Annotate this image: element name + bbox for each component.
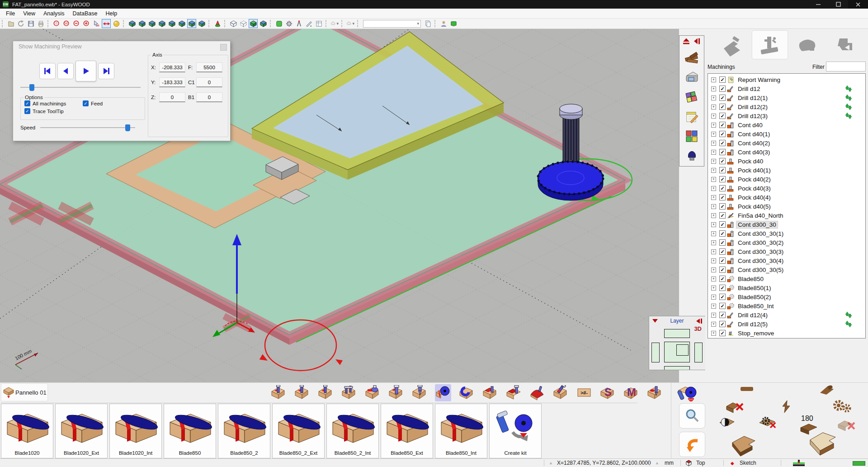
sketch-knife-icon[interactable]: [304, 19, 313, 28]
tree-item[interactable]: ✓Cont d300_30(5): [708, 265, 865, 274]
groove-curved-icon[interactable]: [458, 384, 475, 401]
clash-check-icon[interactable]: [274, 19, 283, 28]
move-up-down-icon[interactable]: [844, 103, 854, 110]
close-button[interactable]: [848, 0, 868, 9]
mode-indicator[interactable]: Sketch: [740, 460, 756, 466]
color-layers-icon[interactable]: [683, 128, 700, 145]
tree-checkbox[interactable]: ✓: [719, 239, 726, 246]
tree-item[interactable]: ✓Pock d40: [708, 157, 865, 166]
half-section-icon[interactable]: [719, 416, 738, 433]
menu-file[interactable]: File: [2, 10, 19, 18]
expander-icon[interactable]: [711, 195, 716, 200]
move-up-down-icon[interactable]: [844, 85, 854, 92]
menu-analysis[interactable]: Analysis: [39, 10, 69, 18]
view-cube-sw-icon[interactable]: [127, 19, 137, 28]
layer-zone-bottom[interactable]: [664, 366, 690, 370]
notes-icon[interactable]: [683, 108, 700, 125]
menu-help[interactable]: Help: [101, 10, 121, 18]
units-indicator[interactable]: mm: [665, 460, 674, 466]
expander-icon[interactable]: [711, 240, 716, 245]
tree-item[interactable]: ✓Cont d40(2): [708, 138, 865, 148]
tree-checkbox[interactable]: ✓: [719, 95, 726, 101]
panel-tab-pannello-01[interactable]: Pannello 01: [1, 383, 48, 401]
tree-item[interactable]: ✓Pock d40(2): [708, 175, 865, 184]
expander-icon[interactable]: [711, 168, 716, 173]
lamp-icon[interactable]: [683, 147, 700, 164]
card-blade850_2_int[interactable]: Blade850_2_Int: [326, 404, 379, 458]
expander-icon[interactable]: [711, 322, 716, 327]
save-file-icon[interactable]: [26, 19, 35, 28]
wood-curl-icon[interactable]: [818, 384, 835, 397]
layer-collapse-icon[interactable]: [696, 318, 703, 324]
axis-b1-value[interactable]: 0: [196, 92, 222, 102]
slider-thumb[interactable]: [125, 124, 130, 131]
move-up-down-icon[interactable]: [844, 112, 854, 119]
axis-y-value[interactable]: -183.333: [159, 77, 185, 87]
expander-icon[interactable]: [711, 105, 716, 110]
expander-icon[interactable]: [711, 286, 716, 291]
tree-item[interactable]: ✓Cont d300_30(4): [708, 256, 865, 265]
tree-item[interactable]: ✓Pock d40(5): [708, 202, 865, 211]
workbench-icon[interactable]: [683, 50, 700, 67]
expander-icon[interactable]: [711, 222, 716, 227]
import-drawing-icon[interactable]: [6, 19, 15, 28]
tree-item[interactable]: ✓Blade850(1): [708, 283, 865, 292]
macro-m-icon[interactable]: M: [623, 384, 639, 401]
expander-icon[interactable]: [711, 132, 716, 137]
wood-bar-icon[interactable]: [740, 386, 754, 394]
view-cube-ne-icon[interactable]: [167, 19, 176, 28]
view-cube-n-icon[interactable]: [177, 19, 186, 28]
layer-zone-right[interactable]: [694, 343, 703, 362]
card-blade1020_int[interactable]: Blade1020_Int: [109, 404, 162, 458]
expander-icon[interactable]: [711, 114, 716, 119]
expander-icon[interactable]: [711, 276, 716, 281]
expander-icon[interactable]: [711, 177, 716, 182]
expander-icon[interactable]: [711, 331, 716, 336]
slider-thumb[interactable]: [29, 84, 34, 91]
expander-icon[interactable]: [711, 123, 716, 128]
collapse-right-button[interactable]: [693, 38, 701, 47]
tree-checkbox[interactable]: ✓: [719, 294, 726, 300]
speed-slider[interactable]: [40, 124, 135, 131]
zoom-in-icon[interactable]: [82, 19, 91, 28]
expander-icon[interactable]: [711, 267, 716, 272]
tree-checkbox[interactable]: ✓: [719, 248, 726, 255]
tree-item[interactable]: ✓Cont d300_30: [708, 220, 865, 229]
tree-item[interactable]: ✓Drill d12(1): [708, 93, 865, 102]
axis-x-value[interactable]: -208.333: [159, 62, 185, 72]
tree-checkbox[interactable]: ✓: [719, 221, 726, 228]
circular-saw-icon[interactable]: [435, 384, 451, 401]
tree-checkbox[interactable]: ✓: [719, 167, 726, 173]
display-hidden-line-icon[interactable]: [239, 19, 248, 28]
tree-item[interactable]: ✓Blade850_Int: [708, 301, 865, 310]
eject-button[interactable]: [683, 38, 690, 47]
tree-item[interactable]: ✓Pock d40(3): [708, 184, 865, 193]
tree-item[interactable]: ✓Drill d12(2): [708, 102, 865, 111]
tree-item[interactable]: ✓Drill d12: [708, 84, 865, 93]
tree-checkbox[interactable]: ✓: [719, 330, 726, 336]
layer-expand-icon[interactable]: [652, 318, 658, 324]
view-axes-icon[interactable]: [213, 19, 222, 28]
tree-item[interactable]: ✓Cont d40(1): [708, 129, 865, 138]
card-blade1020[interactable]: Blade1020: [1, 404, 53, 458]
tree-item[interactable]: ✓Blade850(2): [708, 292, 865, 301]
tree-checkbox[interactable]: ✓: [719, 267, 726, 273]
pocket-icon[interactable]: [482, 384, 498, 401]
tree-checkbox[interactable]: ✓: [719, 176, 726, 182]
surface-mill-icon[interactable]: [529, 384, 545, 401]
undo-button[interactable]: [679, 432, 705, 457]
skip-end-button[interactable]: [98, 63, 114, 79]
delete-part-icon[interactable]: [726, 401, 745, 416]
move-up-down-icon[interactable]: [844, 94, 854, 101]
card-blade850_2_ext[interactable]: Blade850_2_Ext: [272, 404, 325, 458]
tree-checkbox[interactable]: ✓: [719, 158, 726, 164]
tree-checkbox[interactable]: ✓: [719, 104, 726, 110]
expander-icon[interactable]: [711, 141, 716, 146]
macro-s-icon[interactable]: S: [599, 384, 616, 401]
tab-profiles[interactable]: [790, 31, 826, 59]
move-up-down-icon[interactable]: [844, 320, 854, 328]
render-sphere-icon[interactable]: [112, 19, 121, 28]
display-solid-icon[interactable]: [249, 19, 258, 28]
tree-checkbox[interactable]: ✓: [719, 194, 726, 200]
tree-item[interactable]: ✓Pock d40(1): [708, 166, 865, 175]
